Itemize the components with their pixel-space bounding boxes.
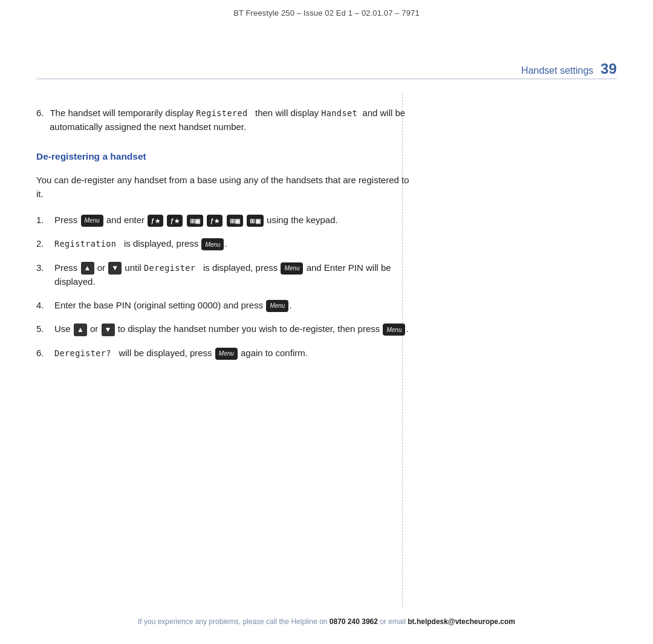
page-header: BT Freestyle 250 – Issue 02 Ed 1 – 02.01… [0, 0, 653, 24]
menu-key-6: Menu [215, 348, 238, 360]
step-3: 3. Press ▲ or ▼ until Deregister is disp… [36, 261, 411, 289]
menu-key-5: Menu [383, 324, 405, 336]
key-fstar-1: ƒ★ [148, 215, 163, 227]
step-1: 1. Press Menu and enter ƒ★ ƒ★ ⊞▣ ƒ★ ⊞▣ ⊞… [36, 213, 411, 227]
key-hash-1: ⊞▣ [187, 215, 204, 227]
footer-text-before: If you experience any problems, please c… [138, 617, 330, 626]
step-4: 4. Enter the base PIN (original setting … [36, 298, 411, 312]
footer-phone: 0870 240 3962 [330, 617, 378, 626]
menu-key-4: Menu [266, 300, 288, 312]
up-key-2: ▲ [74, 324, 87, 336]
down-key-2: ▼ [102, 324, 115, 336]
footer-text-middle: or email [378, 617, 408, 626]
step-2: 2. Registration is displayed, press Menu… [36, 236, 411, 250]
up-key-1: ▲ [81, 262, 94, 275]
down-key-1: ▼ [108, 262, 122, 275]
section-title: Handset settings [521, 65, 593, 76]
header-divider [36, 79, 617, 79]
key-fstar-3: ƒ★ [207, 215, 223, 227]
main-content: 6. The handset will temporarily display … [36, 106, 411, 369]
footer-email: bt.helpdesk@vtecheurope.com [408, 617, 515, 626]
deregister-intro: You can de-register any handset from a b… [36, 173, 411, 201]
key-fstar-2: ƒ★ [167, 215, 183, 227]
key-hash-2: ⊞▣ [227, 215, 244, 227]
menu-key-2: Menu [201, 238, 224, 250]
step-6-intro: 6. The handset will temporarily display … [36, 106, 411, 134]
steps-list: 1. Press Menu and enter ƒ★ ƒ★ ⊞▣ ƒ★ ⊞▣ ⊞… [36, 213, 411, 360]
page-number: 39 [600, 60, 617, 77]
key-hash-3: ⊞▣ [247, 215, 264, 227]
step-6: 6. Deregister? will be displayed, press … [36, 346, 411, 360]
step-5: 5. Use ▲ or ▼ to display the handset num… [36, 322, 411, 336]
menu-key-3: Menu [281, 262, 303, 275]
footer: If you experience any problems, please c… [0, 617, 653, 626]
menu-key-1: Menu [81, 215, 103, 227]
deregister-heading: De-registering a handset [36, 151, 411, 162]
